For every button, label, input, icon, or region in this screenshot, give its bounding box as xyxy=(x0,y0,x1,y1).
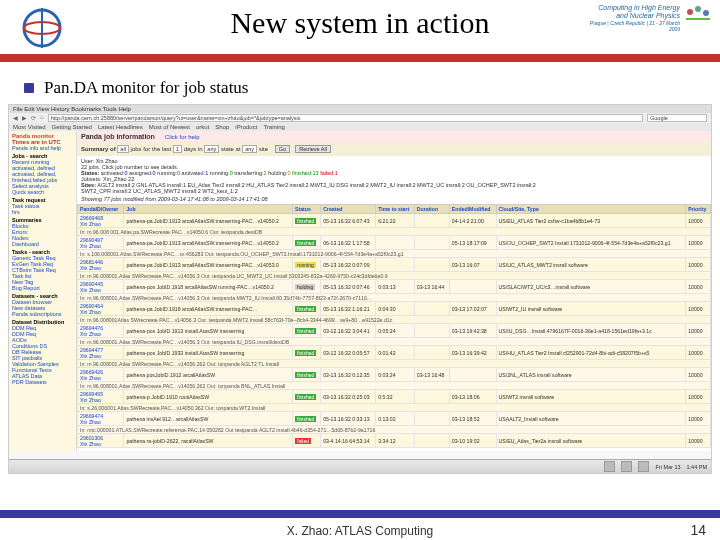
browser-menubar: File Edit View History Bookmarks Tools H… xyxy=(9,105,711,113)
sum-pre: Summary of xyxy=(81,146,116,152)
table-cell: 29669468Xin Zhao xyxy=(78,214,124,228)
summary-bar: Summary of all jobs for the last 1 days … xyxy=(77,142,711,156)
table-cell: pathena insAel.912…arcallAtlasSW xyxy=(124,412,293,426)
table-row[interactable]: 29690464Xin Zhaopathena-pa JobID.1918 ar… xyxy=(78,302,711,316)
table-note: In: mtc.000001.ATLAS.SWRecreate.referenc… xyxy=(78,426,711,434)
table-cell: 03-13 16:39:42 xyxy=(449,346,496,360)
table-cell: failed xyxy=(293,434,321,448)
table-header[interactable]: Time to start xyxy=(376,205,415,214)
table-row[interactable]: 29694477Xin Zhaopathena-pos JobID.1933 i… xyxy=(78,346,711,360)
table-cell xyxy=(449,280,496,294)
taskbar-date: Fri Mar 13 xyxy=(655,464,680,470)
table-cell xyxy=(414,390,449,404)
table-note: In: m.96.008 001.Atlas.pa.SWRecreate.PAC… xyxy=(78,228,711,236)
table-row[interactable]: 29694476Xin Zhaopathena-pos JobID.1913 i… xyxy=(78,324,711,338)
table-cell: 06-13 16:32 1:17:58 xyxy=(321,236,376,250)
table-row[interactable]: 29681446Xin Zhaopathena-pa JobID.1913 ar… xyxy=(78,258,711,272)
bookmark-item[interactable]: Training xyxy=(263,124,284,130)
table-header[interactable]: Job xyxy=(124,205,293,214)
taskbar-icon[interactable] xyxy=(604,461,615,472)
bookmark-item[interactable]: Shop xyxy=(215,124,229,130)
reload-icon[interactable]: ⟳ xyxy=(31,114,36,122)
info-sites2: SWT2_CPR insrall:2 UC_ATLAS_MWT2 insrall… xyxy=(81,188,707,194)
sidebar-link[interactable]: Bug Report xyxy=(12,285,73,291)
table-cell: finished xyxy=(293,412,321,426)
bullet-row: Pan.DA monitor for job status xyxy=(24,78,248,98)
table-cell: 03-4 14:16 64:53:14 xyxy=(321,434,376,448)
table-row[interactable]: 29601306Xin Zhaopathena ra-jobID-2622, r… xyxy=(78,434,711,448)
table-cell: 03-13 18:06 xyxy=(449,390,496,404)
sidebar-help-link[interactable]: Panda info and help xyxy=(12,145,73,151)
table-cell: 10000 xyxy=(686,390,711,404)
table-row[interactable]: 29669426Xin Zhaopathena posJobID.1912 ar… xyxy=(78,368,711,382)
table-cell: finished xyxy=(293,324,321,338)
table-cell: 10000 xyxy=(686,412,711,426)
table-row[interactable]: 29669474Xin Zhaopathena insAel.912…arcal… xyxy=(78,412,711,426)
table-cell: 3:34:12 xyxy=(376,434,415,448)
bookmark-item[interactable]: Most of Newest xyxy=(149,124,190,130)
site-select[interactable]: any xyxy=(242,145,257,153)
bookmark-item[interactable]: Latest Headlines xyxy=(98,124,143,130)
table-cell: 05-13 18:17:09 xyxy=(449,236,496,250)
table-cell: 04-14 2:21:00 xyxy=(449,214,496,228)
table-cell: 10090 xyxy=(686,434,711,448)
table-header[interactable]: Cloud/Site, Type xyxy=(496,205,686,214)
bookmark-item[interactable]: Most Visited xyxy=(13,124,46,130)
bookmark-item[interactable]: iProduct xyxy=(235,124,257,130)
table-cell: 0:03:13 xyxy=(376,280,415,294)
search-box[interactable]: Google xyxy=(647,114,707,122)
table-cell xyxy=(414,412,449,426)
any-select[interactable]: any xyxy=(204,145,219,153)
days-select[interactable]: 1 xyxy=(173,145,182,153)
table-cell: pathena-pos JobID.1918 arcallAtlasSW.run… xyxy=(124,280,293,294)
back-icon[interactable]: ◀ xyxy=(13,114,18,122)
table-header[interactable]: Duration xyxy=(414,205,449,214)
forward-icon[interactable]: ▶ xyxy=(22,114,27,122)
sidebar-link[interactable]: hrs xyxy=(12,209,73,215)
table-header[interactable]: Created xyxy=(321,205,376,214)
table-header[interactable]: Status xyxy=(293,205,321,214)
bookmark-item[interactable]: orkut xyxy=(196,124,209,130)
table-header[interactable]: Ended/Modified xyxy=(449,205,496,214)
table-header[interactable]: PandaID/Owner xyxy=(78,205,124,214)
table-cell: 29690445Xin Zhao xyxy=(78,280,124,294)
table-cell: 0:05:24 xyxy=(376,324,415,338)
table-cell: 6:21:22 xyxy=(376,214,415,228)
table-note: In: m.96.008001.Atlas.SWRecreate.PAC…v14… xyxy=(78,338,711,346)
table-cell: pathena ra-jobID-2622, racallAtlasSW xyxy=(124,434,293,448)
sidebar-link[interactable]: Quick search xyxy=(12,189,73,195)
os-taskbar: Fri Mar 13 1:44 PM xyxy=(9,459,711,473)
table-cell: 03-10 19:02 xyxy=(449,434,496,448)
table-row[interactable]: 29690497Xin Zhaopathena-pa.JobID.1913 ar… xyxy=(78,236,711,250)
svg-point-6 xyxy=(703,10,709,16)
table-cell: 03-13 19:42:38 xyxy=(449,324,496,338)
table-cell: 10000 xyxy=(686,280,711,294)
table-cell: 10000 xyxy=(686,214,711,228)
table-cell: US/OU_OCHEP_SWT2 Install 1731012-9006-4f… xyxy=(496,236,686,250)
help-link[interactable]: Click for help xyxy=(165,134,200,140)
table-note: In: s.106.008001.Atlas.SWRecreate.PAC…xx… xyxy=(78,250,711,258)
sidebar-link[interactable]: Dashboard xyxy=(12,241,73,247)
url-bar[interactable]: http://panda.cern.ch:25880/server/pandam… xyxy=(48,114,643,122)
table-row[interactable]: 29690445Xin Zhaopathena-pos JobID.1918 a… xyxy=(78,280,711,294)
sidebar-link[interactable]: Panda subscriptions xyxy=(12,311,73,317)
table-cell: 05-13 16:32 0:33:13 xyxy=(321,412,376,426)
retrieve-all-button[interactable]: Retrieve All xyxy=(295,145,331,153)
jobtype-select[interactable]: all xyxy=(117,145,129,153)
taskbar-icon[interactable] xyxy=(638,461,649,472)
taskbar-icon[interactable] xyxy=(621,461,632,472)
page-number: 14 xyxy=(690,522,706,538)
table-cell: 29601306Xin Zhao xyxy=(78,434,124,448)
table-cell: 05-13 16:32 6:07:43 xyxy=(321,214,376,228)
go-button[interactable]: Go xyxy=(275,145,290,153)
bookmark-item[interactable]: Getting Started xyxy=(52,124,92,130)
home-icon[interactable]: ⌂ xyxy=(40,114,44,122)
table-cell: US/IU_DSG…Install.4796167F-0016-36e1-a41… xyxy=(496,324,686,338)
table-row[interactable]: 29669468Xin Zhaopathena-pa.JobID.1913 ar… xyxy=(78,214,711,228)
table-cell xyxy=(376,236,415,250)
table-cell: 10000 xyxy=(686,258,711,272)
table-cell: 03-13 17:02:07 xyxy=(449,302,496,316)
table-row[interactable]: 29699495Xin Zhaopathena-p JobID.1910 rou… xyxy=(78,390,711,404)
table-header[interactable]: Priority xyxy=(686,205,711,214)
sidebar-link[interactable]: PDR Datasets xyxy=(12,379,73,385)
